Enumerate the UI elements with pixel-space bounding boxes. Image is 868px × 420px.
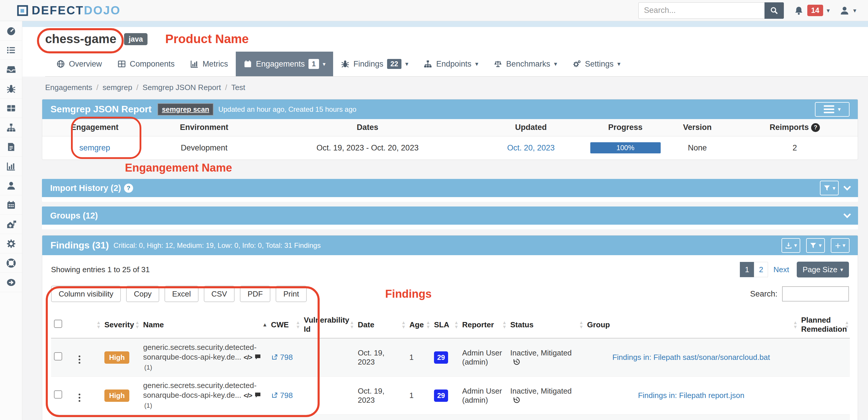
sidebar-item-endpoints[interactable] xyxy=(0,118,22,137)
sidebar-item-users[interactable] xyxy=(0,176,22,195)
history-icon[interactable] xyxy=(513,358,521,366)
tab-engagements[interactable]: Engagements1▾ xyxy=(236,52,333,76)
sort-asc-icon[interactable]: ▲ xyxy=(262,322,268,328)
col-name[interactable]: Name▲ xyxy=(140,311,268,338)
sidebar-item-calendar[interactable] xyxy=(0,195,22,215)
sidebar-item-metrics[interactable] xyxy=(0,157,22,176)
col-sla[interactable]: SLA▲▼ xyxy=(431,311,459,338)
engagement-name-link[interactable]: semgrep xyxy=(79,143,110,152)
tab-settings[interactable]: Settings▾ xyxy=(565,52,628,76)
sort-icons[interactable]: ▲▼ xyxy=(349,320,354,329)
print-button[interactable]: Print xyxy=(276,286,306,302)
col-cwe[interactable]: CWE▲▼ xyxy=(268,311,301,338)
collapse-chevron-icon[interactable] xyxy=(843,183,851,190)
sidebar-item-logout[interactable] xyxy=(0,273,22,292)
sidebar-item-components[interactable] xyxy=(0,98,22,118)
row-checkbox[interactable] xyxy=(54,390,62,398)
chevron-down-icon: ▾ xyxy=(827,7,830,14)
test-menu-button[interactable]: ▾ xyxy=(815,102,849,117)
sidebar-item-configuration[interactable] xyxy=(0,234,22,253)
sidebar-item-dashboard[interactable] xyxy=(0,21,22,40)
row-actions-kebab-icon[interactable] xyxy=(78,354,82,365)
notifications-menu[interactable]: 14 ▾ xyxy=(794,5,830,16)
select-all-checkbox[interactable] xyxy=(54,320,62,328)
col-severity[interactable]: Severity▲▼ xyxy=(101,311,140,338)
user-menu[interactable]: ▾ xyxy=(840,6,856,16)
updated-link[interactable]: Oct. 20, 2023 xyxy=(507,143,555,152)
scan-type-badge[interactable]: semgrep scan xyxy=(157,103,214,116)
sort-icons[interactable]: ▲▼ xyxy=(426,320,431,329)
sort-icons[interactable]: ▲▼ xyxy=(96,320,101,329)
import-history-filter-button[interactable]: ▾ xyxy=(820,181,839,195)
csv-button[interactable]: CSV xyxy=(204,286,235,302)
global-search-input[interactable] xyxy=(639,2,765,19)
help-icon[interactable]: ? xyxy=(124,184,133,193)
sort-icons[interactable]: ▲▼ xyxy=(454,320,459,329)
page-1-button[interactable]: 1 xyxy=(740,262,754,277)
breadcrumb-report[interactable]: Semgrep JSON Report xyxy=(143,83,221,92)
tab-endpoints[interactable]: Endpoints▾ xyxy=(416,52,486,76)
col-status[interactable]: Status▲▼ xyxy=(507,311,584,338)
sort-icons[interactable]: ▲▼ xyxy=(296,320,300,329)
sidebar-item-findings[interactable] xyxy=(0,79,22,98)
page-2-button[interactable]: 2 xyxy=(754,262,768,277)
language-badge: java xyxy=(124,33,148,45)
comment-icon[interactable] xyxy=(254,392,261,398)
col-age[interactable]: Age▲▼ xyxy=(406,311,431,338)
breadcrumb-engagements[interactable]: Engagements xyxy=(45,83,92,92)
sort-icons[interactable]: ▲▼ xyxy=(579,320,584,329)
tab-findings[interactable]: Findings22▾ xyxy=(333,52,416,76)
finding-name-link[interactable]: generic.secrets.security.detected-sonarq… xyxy=(143,343,256,361)
next-page-button[interactable]: Next xyxy=(768,265,794,274)
group-link[interactable]: Findings in: Filepath sast/sonar/sonarcl… xyxy=(612,353,770,362)
tab-overview[interactable]: Overview xyxy=(49,52,110,76)
findings-download-button[interactable]: ▾ xyxy=(781,238,800,253)
help-icon[interactable]: ? xyxy=(811,123,820,132)
copy-button[interactable]: Copy xyxy=(126,286,159,302)
tab-metrics[interactable]: Metrics xyxy=(182,52,236,76)
groups-header[interactable]: Groups (12) xyxy=(42,207,858,225)
row-checkbox[interactable] xyxy=(54,352,62,360)
sort-icons[interactable]: ▲▼ xyxy=(844,320,849,329)
history-icon[interactable] xyxy=(513,396,521,404)
sort-icons[interactable]: ▲▼ xyxy=(135,320,140,329)
tab-benchmarks[interactable]: Benchmarks▾ xyxy=(486,52,565,76)
pdf-button[interactable]: PDF xyxy=(240,286,270,302)
sidebar-item-reports[interactable] xyxy=(0,137,22,157)
sidebar-item-support[interactable] xyxy=(0,253,22,273)
findings-add-button[interactable]: +▾ xyxy=(831,238,849,253)
import-history-header[interactable]: Import History (2) ? ▾ xyxy=(42,179,858,197)
breadcrumb-test[interactable]: Test xyxy=(231,83,245,92)
notification-count-badge: 14 xyxy=(807,5,823,16)
col-date[interactable]: Date▲▼ xyxy=(355,311,406,338)
product-header: chess-game java Product Name Overview Co… xyxy=(22,27,868,77)
row-actions-kebab-icon[interactable] xyxy=(78,392,82,403)
product-name[interactable]: chess-game xyxy=(45,32,116,46)
cwe-link[interactable]: 798 xyxy=(280,391,293,400)
sort-icons[interactable]: ▲▼ xyxy=(502,320,507,329)
sort-icons[interactable]: ▲▼ xyxy=(401,320,406,329)
column-visibility-button[interactable]: Column visibility xyxy=(51,286,121,302)
group-link[interactable]: Findings in: Filepath report.json xyxy=(638,391,745,400)
col-vulnerability-id[interactable]: Vulnerability Id▲▼ xyxy=(301,311,355,338)
finding-name-link[interactable]: generic.secrets.security.detected-sonarq… xyxy=(143,381,256,399)
page-size-button[interactable]: Page Size▾ xyxy=(797,262,849,277)
collapse-chevron-icon[interactable] xyxy=(843,211,851,218)
global-search-button[interactable] xyxy=(765,2,784,19)
col-planned-remediation[interactable]: Planned Remediation▲▼ xyxy=(798,311,850,338)
sidebar-item-list[interactable] xyxy=(0,40,22,60)
excel-button[interactable]: Excel xyxy=(164,286,198,302)
sidebar-item-regulations[interactable] xyxy=(0,215,22,234)
tab-components[interactable]: Components xyxy=(110,52,182,76)
findings-filter-button[interactable]: ▾ xyxy=(806,238,825,253)
table-search-input[interactable] xyxy=(782,286,849,301)
breadcrumb-semgrep[interactable]: semgrep xyxy=(103,83,132,92)
cwe-link[interactable]: 798 xyxy=(280,353,293,362)
col-group[interactable]: Group▲▼ xyxy=(584,311,798,338)
sort-icons[interactable]: ▲▼ xyxy=(793,320,798,329)
col-reporter[interactable]: Reporter▲▼ xyxy=(459,311,507,338)
comment-icon[interactable] xyxy=(254,353,261,360)
sidebar-item-inbox[interactable] xyxy=(0,60,22,79)
defectdojo-logo[interactable]: DEFECTDOJO xyxy=(17,4,121,17)
code-icon: </> xyxy=(244,392,252,399)
